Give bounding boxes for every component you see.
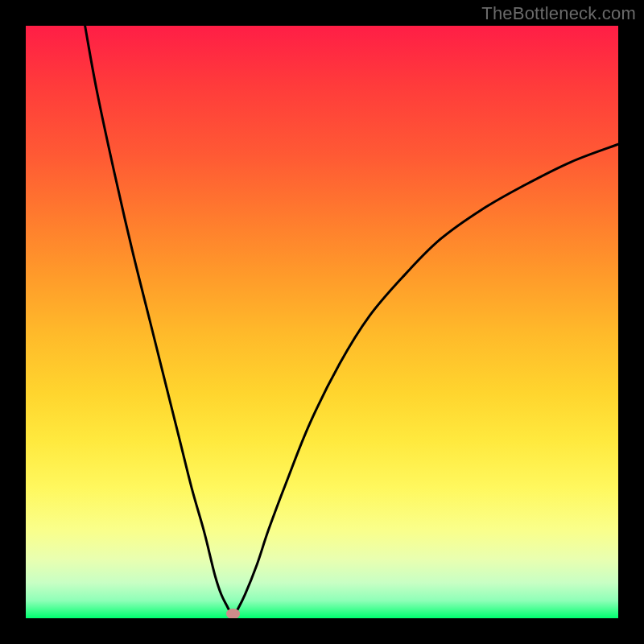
curve-right-branch [236,144,618,612]
min-point-marker [226,609,241,618]
chart-frame: TheBottleneck.com [0,0,644,644]
curve-svg [26,26,618,618]
curve-left-branch [85,26,230,613]
plot-area [26,26,618,618]
watermark-text: TheBottleneck.com [481,3,636,24]
